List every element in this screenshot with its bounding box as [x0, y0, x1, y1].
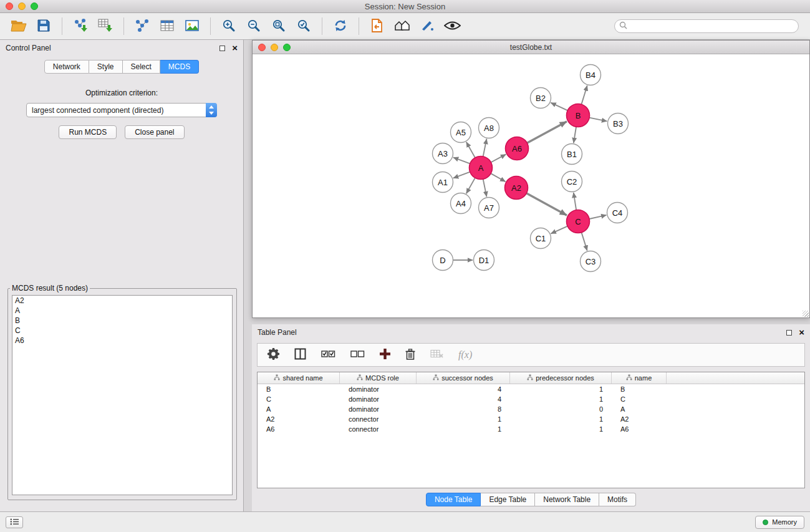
search-input[interactable]: [627, 21, 798, 32]
edge-B-B2[interactable]: [551, 103, 567, 111]
result-item[interactable]: A2: [12, 296, 232, 306]
close-panel-icon[interactable]: ×: [232, 44, 238, 52]
tab-select[interactable]: Select: [123, 60, 160, 74]
network-document-button[interactable]: [365, 15, 390, 37]
node-B3[interactable]: B3: [608, 114, 629, 134]
table-settings-button[interactable]: [268, 348, 279, 362]
network-view[interactable]: AA1A2A3A4A5A6A7A8BB1B2B3B4CC1C2C3C4DD1: [253, 54, 809, 317]
node-A2[interactable]: A2: [505, 177, 528, 200]
open-session-button[interactable]: [6, 15, 31, 37]
edge-B-B1[interactable]: [574, 127, 576, 143]
new-table-button[interactable]: [155, 15, 180, 37]
node-C1[interactable]: C1: [531, 228, 551, 249]
node-A5[interactable]: A5: [451, 122, 471, 143]
search-box[interactable]: [614, 19, 799, 33]
node-A1[interactable]: A1: [433, 172, 453, 193]
home-view-button[interactable]: [390, 15, 415, 37]
node-B4[interactable]: B4: [581, 65, 601, 85]
node-C[interactable]: C: [567, 210, 590, 233]
tab-mcds[interactable]: MCDS: [160, 60, 199, 74]
node-B[interactable]: B: [567, 104, 590, 127]
new-network-button[interactable]: [130, 15, 155, 37]
zoom-out-button[interactable]: [241, 15, 266, 37]
save-session-button[interactable]: [31, 15, 56, 37]
export-image-button[interactable]: [180, 15, 205, 37]
annotation-button[interactable]: [415, 15, 440, 37]
zoom-selected-button[interactable]: [291, 15, 316, 37]
table-row[interactable]: A6connector11A6: [258, 424, 804, 434]
edge-C-C2[interactable]: [574, 193, 576, 210]
column-header-successor-nodes[interactable]: successor nodes: [417, 372, 510, 384]
node-A4[interactable]: A4: [451, 193, 471, 214]
edge-A-A8[interactable]: [483, 139, 487, 157]
float-panel-icon[interactable]: [219, 46, 225, 51]
node-D1[interactable]: D1: [474, 250, 494, 271]
result-item[interactable]: A6: [12, 336, 232, 346]
edge-B-B4[interactable]: [581, 85, 587, 104]
table-row[interactable]: Adominator80A: [258, 404, 804, 414]
tab-edge-table[interactable]: Edge Table: [481, 493, 535, 506]
node-D[interactable]: D: [433, 250, 453, 271]
select-all-button[interactable]: [321, 350, 335, 360]
close-panel-button[interactable]: Close panel: [125, 125, 184, 139]
result-item[interactable]: A: [12, 306, 232, 316]
tab-network-table[interactable]: Network Table: [535, 493, 599, 506]
delete-column-button[interactable]: [405, 349, 415, 362]
close-table-panel-icon[interactable]: ×: [799, 329, 804, 336]
tab-node-table[interactable]: Node Table: [426, 493, 481, 506]
function-builder-button[interactable]: f(x): [458, 349, 472, 360]
table-row[interactable]: Bdominator41B: [258, 384, 804, 394]
float-table-panel-icon[interactable]: [786, 330, 792, 336]
node-A8[interactable]: A8: [479, 118, 499, 138]
run-mcds-button[interactable]: Run MCDS: [59, 125, 117, 139]
deselect-all-button[interactable]: [350, 350, 365, 360]
tab-motifs[interactable]: Motifs: [599, 493, 636, 506]
node-C3[interactable]: C3: [581, 251, 601, 272]
zoom-in-button[interactable]: [216, 15, 241, 37]
node-A6[interactable]: A6: [506, 137, 529, 160]
node-C4[interactable]: C4: [607, 203, 628, 223]
edge-A6-B[interactable]: [527, 122, 567, 143]
refresh-button[interactable]: [328, 15, 353, 37]
edge-B-B3[interactable]: [589, 118, 607, 122]
table-row[interactable]: Cdominator41C: [258, 394, 804, 404]
edge-C-C1[interactable]: [551, 226, 567, 234]
edge-A2-C[interactable]: [526, 193, 567, 215]
edge-A-A1[interactable]: [453, 172, 470, 178]
result-item[interactable]: C: [12, 326, 232, 336]
edge-A-A3[interactable]: [453, 157, 470, 163]
import-network-button[interactable]: [68, 15, 93, 37]
delete-table-button[interactable]: [430, 349, 443, 360]
create-column-button[interactable]: [380, 349, 390, 361]
node-B1[interactable]: B1: [562, 144, 582, 165]
edge-C-C3[interactable]: [582, 233, 587, 251]
column-header-name[interactable]: name: [612, 372, 667, 384]
task-history-button[interactable]: [6, 516, 23, 528]
result-item[interactable]: B: [12, 316, 232, 326]
column-header-MCDS-role[interactable]: MCDS role: [340, 372, 417, 384]
tab-style[interactable]: Style: [89, 60, 123, 74]
node-A7[interactable]: A7: [479, 198, 499, 218]
edge-A-A4[interactable]: [466, 178, 475, 193]
optimization-dropdown[interactable]: largest connected component (directed): [26, 103, 217, 117]
node-A3[interactable]: A3: [433, 143, 453, 164]
edge-C-C4[interactable]: [589, 215, 606, 219]
show-hide-button[interactable]: [440, 15, 465, 37]
node-C2[interactable]: C2: [562, 172, 582, 192]
tab-network[interactable]: Network: [44, 60, 89, 74]
column-header-shared-name[interactable]: shared name: [258, 372, 340, 384]
edge-A-A6[interactable]: [491, 154, 506, 162]
zoom-fit-button[interactable]: [266, 15, 291, 37]
edge-A-A2[interactable]: [491, 173, 505, 181]
table-row[interactable]: A2connector11A2: [258, 414, 804, 424]
import-table-button[interactable]: [93, 15, 118, 37]
memory-button[interactable]: Memory: [755, 516, 804, 529]
node-B2[interactable]: B2: [531, 88, 551, 109]
edge-A-A7[interactable]: [483, 179, 487, 196]
node-A[interactable]: A: [470, 157, 493, 180]
column-header-predecessor-nodes[interactable]: predecessor nodes: [510, 372, 612, 384]
network-window-titlebar[interactable]: testGlobe.txt: [253, 41, 809, 54]
window-resize-grip[interactable]: [803, 311, 809, 317]
show-columns-button[interactable]: [294, 348, 306, 362]
edge-A-A5[interactable]: [466, 142, 475, 158]
